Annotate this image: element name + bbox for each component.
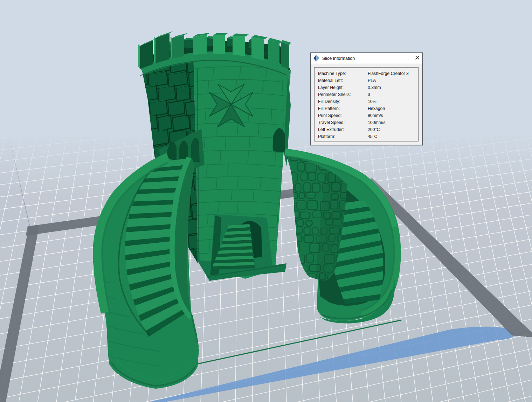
svg-text:45°C: 45°C <box>368 134 378 139</box>
svg-text:PLA: PLA <box>368 78 376 83</box>
svg-text:Hexagon: Hexagon <box>368 106 385 111</box>
svg-text:Travel Speed:: Travel Speed: <box>318 120 345 125</box>
svg-text:FlashForge Creator 3: FlashForge Creator 3 <box>368 71 409 76</box>
svg-text:100mm/s: 100mm/s <box>368 120 386 125</box>
svg-text:Material Left:: Material Left: <box>318 78 343 83</box>
svg-text:Print Speed:: Print Speed: <box>318 113 342 118</box>
svg-text:Layer Height:: Layer Height: <box>318 85 344 90</box>
svg-text:Fill Density:: Fill Density: <box>318 99 340 104</box>
svg-text:Left Extruder:: Left Extruder: <box>318 127 344 132</box>
svg-text:10%: 10% <box>368 99 376 104</box>
svg-text:80mm/s: 80mm/s <box>368 113 383 118</box>
svg-text:Perimeter Shells:: Perimeter Shells: <box>318 92 351 97</box>
svg-text:3: 3 <box>368 92 370 97</box>
svg-text:Platform:: Platform: <box>318 134 335 139</box>
svg-text:Slice Information: Slice Information <box>322 56 355 61</box>
svg-text:200°C: 200°C <box>368 127 380 132</box>
svg-text:Machine Type:: Machine Type: <box>318 71 346 76</box>
svg-text:Fill Pattern:: Fill Pattern: <box>318 106 340 111</box>
svg-text:0.3mm: 0.3mm <box>368 85 381 90</box>
